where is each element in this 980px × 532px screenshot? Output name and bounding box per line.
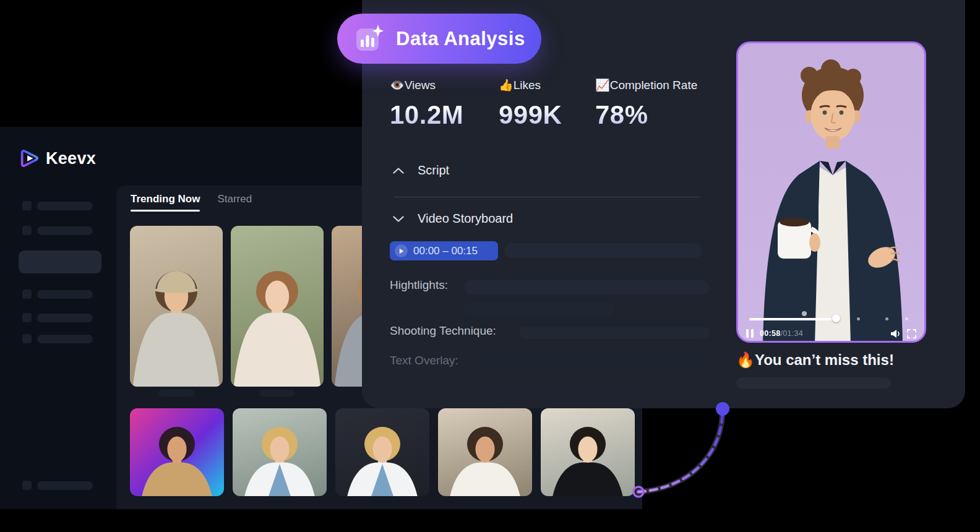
video-thumbnail-woman-neon-gaming-room[interactable] xyxy=(130,408,224,496)
sidebar-item[interactable] xyxy=(22,313,93,322)
video-progress-bar[interactable] xyxy=(749,318,836,320)
stat-views: 👁️Views 10.2M xyxy=(390,78,463,130)
sidebar-item[interactable] xyxy=(22,481,93,490)
chevron-down-icon xyxy=(393,216,404,222)
sidebar-item-icon xyxy=(22,334,32,343)
script-section-label: Script xyxy=(418,163,449,178)
sidebar-item-icon xyxy=(22,290,32,299)
fullscreen-button[interactable] xyxy=(907,329,916,338)
keevx-logo[interactable]: Keevx xyxy=(19,147,96,170)
field-label-highlights: Hightlights: xyxy=(390,278,448,292)
video-caption: 🔥You can’t miss this! xyxy=(736,351,894,369)
video-thumbnail-man-in-cap[interactable] xyxy=(130,226,223,387)
chart-increasing-icon: 📈 xyxy=(595,79,610,92)
sidebar-item-placeholder xyxy=(37,335,93,343)
sidebar-item[interactable] xyxy=(22,290,93,299)
stat-likes-value: 999K xyxy=(499,100,562,130)
placeholder-bar xyxy=(519,327,710,339)
video-controls: 00:58/01:34 xyxy=(738,325,924,341)
keevx-logo-icon xyxy=(19,147,40,170)
sidebar-item-icon xyxy=(22,313,32,322)
person-illustration xyxy=(541,408,635,496)
sidebar-item-active[interactable] xyxy=(19,251,101,273)
video-thumbnail-woman-at-desk[interactable] xyxy=(541,408,635,496)
thumbnail-caption-placeholder xyxy=(259,390,295,397)
brand-name: Keevx xyxy=(46,149,96,168)
sidebar-item[interactable] xyxy=(22,226,93,235)
clip-time-range: 00:00 – 00:15 xyxy=(413,245,478,257)
person-illustration xyxy=(231,226,324,387)
placeholder-bar xyxy=(464,302,614,315)
placeholder-bar xyxy=(504,243,702,258)
script-section-header[interactable]: Script xyxy=(393,163,449,178)
storyboard-section-label: Video Storyboard xyxy=(418,212,513,226)
sidebar-item-icon xyxy=(22,201,32,210)
chevron-up-icon xyxy=(393,168,404,174)
sidebar-item-placeholder xyxy=(37,314,93,322)
data-analysis-badge[interactable]: Data Analysis xyxy=(337,14,541,64)
progress-dot xyxy=(857,317,860,320)
sidebar-item[interactable] xyxy=(22,334,93,343)
progress-dot xyxy=(905,317,908,320)
video-thumbnail-doctor-in-hallway[interactable] xyxy=(233,408,327,496)
stat-views-value: 10.2M xyxy=(390,100,463,130)
tab-trending-now[interactable]: Trending Now xyxy=(131,193,200,212)
thumbnail-caption-placeholder xyxy=(158,390,194,397)
tab-starred[interactable]: Starred xyxy=(217,193,252,212)
person-illustration xyxy=(438,408,532,496)
sidebar-item-placeholder xyxy=(37,226,93,235)
sidebar-item-placeholder xyxy=(37,202,93,210)
badge-label: Data Analysis xyxy=(396,28,525,50)
stat-completion-rate: 📈Completion Rate 78% xyxy=(595,78,697,130)
current-time: 00:58 xyxy=(760,329,780,338)
sidebar-item[interactable] xyxy=(22,201,93,210)
video-player[interactable]: 00:58/01:34 xyxy=(736,41,926,343)
fullscreen-icon xyxy=(907,329,916,338)
volume-button[interactable] xyxy=(890,329,901,338)
section-divider xyxy=(394,197,700,197)
field-label-shooting-technique: Shooting Technique: xyxy=(390,324,496,338)
thumbs-up-icon: 👍 xyxy=(499,79,514,92)
stat-likes: 👍Likes 999K xyxy=(499,78,562,130)
stat-likes-label: 👍Likes xyxy=(499,78,562,92)
storyboard-section-header[interactable]: Video Storyboard xyxy=(393,212,513,226)
placeholder-bar xyxy=(736,377,891,388)
volume-icon xyxy=(890,329,901,338)
placeholder-bar xyxy=(464,280,709,294)
sidebar-item-placeholder xyxy=(37,481,93,490)
storyboard-clip-chip[interactable]: 00:00 – 00:15 xyxy=(390,241,498,260)
video-duration: 01:34 xyxy=(783,329,803,338)
progress-handle[interactable] xyxy=(832,314,840,322)
bar-chart-sparkle-icon xyxy=(355,24,384,53)
stat-completion-rate-label: 📈Completion Rate xyxy=(595,78,697,92)
progress-dot xyxy=(885,317,888,320)
eye-icon: 👁️ xyxy=(390,79,405,92)
page: Keevx Trending Now Starred 👁️Views 10 xyxy=(0,0,980,532)
video-thumbnail-young-woman-plants[interactable] xyxy=(231,226,324,387)
sidebar-item-placeholder xyxy=(37,290,93,299)
pause-button[interactable] xyxy=(746,329,754,338)
stat-completion-rate-value: 78% xyxy=(595,100,697,130)
video-time: 00:58/01:34 xyxy=(760,329,803,338)
presenter-illustration xyxy=(738,43,926,343)
placeholder-bar xyxy=(477,356,710,367)
video-thumbnail-woman-living-room[interactable] xyxy=(438,408,532,496)
placeholder-bar xyxy=(477,379,643,392)
tab-bar: Trending Now Starred xyxy=(131,193,252,212)
person-illustration xyxy=(233,408,327,496)
sidebar-item-icon xyxy=(22,226,32,235)
person-illustration xyxy=(130,226,223,387)
field-label-text-overlay: Text Overlay: xyxy=(390,354,458,367)
sidebar-item-icon xyxy=(22,481,32,490)
video-thumbnail-doctor-studio[interactable] xyxy=(335,408,429,496)
stat-views-label: 👁️Views xyxy=(390,78,463,92)
play-icon xyxy=(395,244,408,257)
person-illustration xyxy=(335,408,429,496)
progress-marker-dot xyxy=(802,311,807,316)
person-illustration xyxy=(130,408,224,496)
